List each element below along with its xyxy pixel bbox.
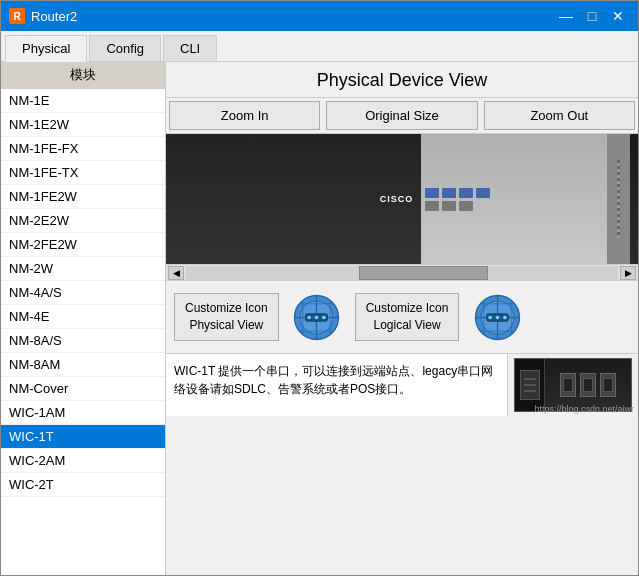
router-front: CISCO (166, 134, 630, 264)
router-port (442, 188, 456, 198)
svg-point-21 (488, 315, 492, 319)
tab-cli[interactable]: CLI (163, 35, 217, 61)
sidebar-header: 模块 (1, 62, 165, 89)
sidebar-item-nm-1fe-tx[interactable]: NM-1FE-TX (1, 161, 165, 185)
router-port (425, 201, 439, 211)
router-port-row-1 (425, 188, 603, 198)
svg-point-23 (503, 315, 507, 319)
router-light-section (421, 134, 607, 264)
action-bar: Customize IconPhysical View (166, 280, 638, 353)
title-controls: — □ ✕ (554, 5, 630, 27)
device-image-area: CISCO (166, 134, 638, 264)
device-view-title: Physical Device View (166, 62, 638, 98)
svg-point-11 (322, 315, 326, 319)
watermark-text: https://blog.csdn.net/aiwr (534, 404, 634, 414)
router-vent (617, 160, 620, 238)
scroll-right-arrow[interactable]: ▶ (620, 266, 636, 280)
router-icon-logical (467, 287, 527, 347)
close-button[interactable]: ✕ (606, 5, 630, 27)
zoom-controls: Zoom In Original Size Zoom Out (166, 98, 638, 134)
title-bar: R Router2 — □ ✕ (1, 1, 638, 31)
scroll-left-arrow[interactable]: ◀ (168, 266, 184, 280)
tab-physical[interactable]: Physical (5, 35, 87, 62)
router-port (459, 201, 473, 211)
router-port (442, 201, 456, 211)
sidebar-item-wic-1t[interactable]: WIC-1T (1, 425, 165, 449)
customize-physical-button[interactable]: Customize IconPhysical View (174, 293, 279, 341)
zoom-out-button[interactable]: Zoom Out (484, 101, 635, 130)
main-content: 模块 NM-1E NM-1E2W NM-1FE-FX NM-1FE-TX NM-… (1, 62, 638, 575)
router-port (425, 188, 439, 198)
original-size-button[interactable]: Original Size (326, 101, 477, 130)
sidebar-item-nm-2fe2w[interactable]: NM-2FE2W (1, 233, 165, 257)
sidebar-item-nm-1fe-fx[interactable]: NM-1FE-FX (1, 137, 165, 161)
module-list: NM-1E NM-1E2W NM-1FE-FX NM-1FE-TX NM-1FE… (1, 89, 165, 575)
window-title: Router2 (31, 9, 77, 24)
sidebar-item-nm-1e2w[interactable]: NM-1E2W (1, 113, 165, 137)
router-dark-section: CISCO (166, 134, 421, 264)
customize-physical-label: Customize IconPhysical View (185, 301, 268, 332)
router-port (459, 188, 473, 198)
sidebar-item-nm-cover[interactable]: NM-Cover (1, 377, 165, 401)
module-description-text: WIC-1T 提供一个串口，可以连接到远端站点、legacy串口网络设备请如SD… (174, 364, 493, 396)
sidebar-item-nm-2e2w[interactable]: NM-2E2W (1, 209, 165, 233)
module-image-container: https://blog.csdn.net/aiwr (508, 354, 638, 416)
scroll-thumb[interactable] (359, 266, 489, 280)
svg-point-22 (496, 315, 500, 319)
customize-logical-label: Customize IconLogical View (366, 301, 449, 332)
module-description: WIC-1T 提供一个串口，可以连接到远端站点、legacy串口网络设备请如SD… (166, 354, 508, 416)
sidebar-item-nm-1fe2w[interactable]: NM-1FE2W (1, 185, 165, 209)
router-side (607, 134, 630, 264)
router-port (476, 188, 490, 198)
router-port-row-2 (425, 201, 603, 211)
sidebar-item-wic-2t[interactable]: WIC-2T (1, 473, 165, 497)
sidebar-item-wic-2am[interactable]: WIC-2AM (1, 449, 165, 473)
title-bar-left: R Router2 (9, 8, 77, 24)
sidebar-item-nm-4as[interactable]: NM-4A/S (1, 281, 165, 305)
svg-point-9 (308, 315, 312, 319)
sidebar-item-nm-8am[interactable]: NM-8AM (1, 353, 165, 377)
svg-point-10 (315, 315, 319, 319)
module-connector (520, 370, 540, 400)
scroll-track[interactable] (186, 266, 618, 280)
router-icon-physical (287, 287, 347, 347)
sidebar: 模块 NM-1E NM-1E2W NM-1FE-FX NM-1FE-TX NM-… (1, 62, 166, 575)
minimize-button[interactable]: — (554, 5, 578, 27)
right-panel: Physical Device View Zoom In Original Si… (166, 62, 638, 575)
info-bar: WIC-1T 提供一个串口，可以连接到远端站点、legacy串口网络设备请如SD… (166, 353, 638, 416)
customize-logical-button[interactable]: Customize IconLogical View (355, 293, 460, 341)
sidebar-item-nm-1e[interactable]: NM-1E (1, 89, 165, 113)
cisco-label: CISCO (380, 194, 414, 204)
sidebar-item-nm-2w[interactable]: NM-2W (1, 257, 165, 281)
horizontal-scrollbar[interactable]: ◀ ▶ (166, 264, 638, 280)
maximize-button[interactable]: □ (580, 5, 604, 27)
sidebar-item-nm-4e[interactable]: NM-4E (1, 305, 165, 329)
router-image: CISCO (166, 134, 638, 264)
sidebar-item-wic-1am[interactable]: WIC-1AM (1, 401, 165, 425)
main-window: R Router2 — □ ✕ Physical Config CLI 模块 N… (0, 0, 639, 576)
zoom-in-button[interactable]: Zoom In (169, 101, 320, 130)
app-icon: R (9, 8, 25, 24)
tab-config[interactable]: Config (89, 35, 161, 61)
tab-bar: Physical Config CLI (1, 31, 638, 62)
sidebar-item-nm-8as[interactable]: NM-8A/S (1, 329, 165, 353)
